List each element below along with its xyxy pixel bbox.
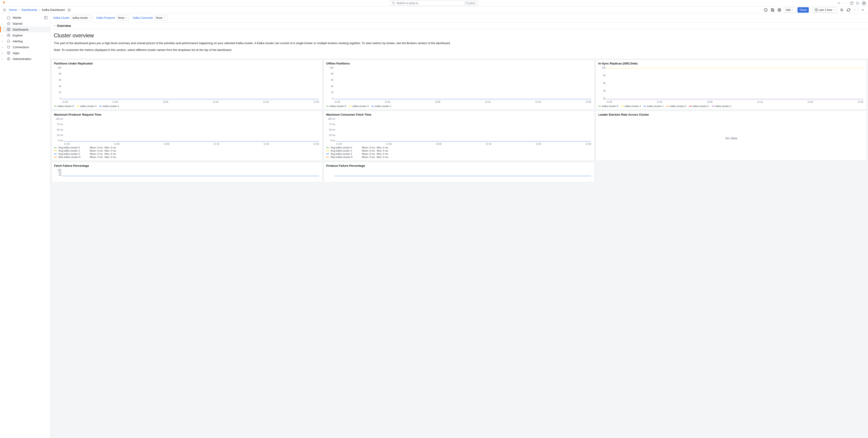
add-menu[interactable]: [837, 1, 843, 5]
chart-legend-table: Avg-kafka-cluster-0Mean: 0 msMax: 0 msAv…: [326, 146, 592, 158]
favorite-button[interactable]: [67, 8, 71, 12]
chevron-right-icon: ›: [2, 34, 3, 37]
legend-row[interactable]: Avg-kafka-cluster-2Mean: 0 msMax: 0 ms: [54, 152, 320, 155]
gear-icon: [778, 8, 781, 12]
breadcrumb-home[interactable]: Home: [9, 8, 17, 11]
kiosk-button[interactable]: [860, 7, 865, 13]
topbar: Search or jump to... cmd+k: [0, 0, 868, 6]
layers-icon: [7, 51, 10, 55]
legend-row[interactable]: Max-kafka-cluster-0Mean: 0 msMax: 0 ms: [326, 155, 592, 158]
sidebar-item-connections[interactable]: ›Connections: [0, 44, 50, 50]
chevron-down-icon: [792, 9, 794, 11]
legend-item[interactable]: kafka-cluster-1: [371, 105, 391, 108]
add-panel-button[interactable]: Add: [784, 7, 796, 13]
legend-row[interactable]: Avg-kafka-cluster-1Mean: 0 msMax: 0 ms: [326, 149, 592, 152]
sidebar-item-explore[interactable]: ›Explore: [0, 32, 50, 38]
refresh-interval-button[interactable]: [853, 7, 857, 13]
news-button[interactable]: [856, 1, 860, 5]
chart-body: 100 ms75 ms50 ms25 ms0 ms11:4011:5012:00…: [326, 118, 592, 158]
plus-icon: [837, 1, 841, 5]
star-icon: [67, 8, 71, 12]
legend-item[interactable]: kafka-cluster-1: [99, 105, 119, 108]
var-select-consumer[interactable]: None: [154, 15, 167, 21]
svg-rect-24: [7, 28, 8, 29]
save-dashboard-button[interactable]: [770, 7, 775, 13]
svg-rect-21: [44, 16, 47, 19]
svg-point-8: [864, 2, 865, 3]
refresh-icon: [847, 8, 850, 12]
svg-point-31: [8, 58, 9, 59]
panel-title: Maximum Producer Request Time: [54, 113, 320, 116]
var-label-producer: Kafka Producer: [96, 16, 115, 20]
panel-title: Leader Election Rate Across Cluster: [598, 113, 864, 116]
svg-rect-27: [9, 30, 10, 31]
time-picker-button[interactable]: Last 1 hour: [813, 7, 837, 13]
rss-icon: [856, 1, 860, 5]
panel-title: Produce Failure Percentage: [326, 164, 592, 168]
sidebar-item-apps[interactable]: ›Apps: [0, 50, 50, 56]
template-variables-bar: Kafka Cluster kafka-cluster Kafka Produc…: [50, 13, 868, 23]
panel-title: Fetch Failure Percentage: [54, 164, 320, 168]
chevron-down-icon: [89, 17, 91, 19]
legend-item[interactable]: kafka-cluster-0: [326, 105, 346, 108]
legend-item[interactable]: kafka-cluster-2: [349, 105, 369, 108]
legend-row[interactable]: Avg-kafka-cluster-1Mean: 0 msMax: 0 ms: [54, 149, 320, 152]
chevron-down-icon: [53, 24, 56, 27]
share-button[interactable]: Share: [798, 7, 809, 13]
user-avatar[interactable]: [862, 1, 866, 5]
legend-item[interactable]: kafka-cluster-0: [598, 105, 618, 108]
panel-produce_fail[interactable]: Produce Failure Percentage: [324, 162, 594, 182]
legend-item[interactable]: kafka-cluster-2: [689, 105, 709, 108]
star-icon: [7, 22, 10, 25]
legend-item[interactable]: kafka-cluster-1: [644, 105, 663, 108]
legend-row[interactable]: Avg-kafka-cluster-0Mean: 0 msMax: 0 ms: [326, 146, 592, 149]
collapse-sidebar-button[interactable]: [44, 16, 48, 20]
dashboard-settings-button[interactable]: [777, 7, 782, 13]
dashboard-insights-button[interactable]: [763, 7, 768, 13]
legend-row[interactable]: Avg-kafka-cluster-2Mean: 0 msMax: 0 ms: [326, 152, 592, 155]
home-icon: [7, 16, 10, 20]
compass-icon: [7, 33, 10, 37]
svg-marker-29: [8, 35, 9, 36]
chevron-right-icon: ›: [2, 51, 3, 55]
panel-leader_election[interactable]: Leader Election Rate Across ClusterNo da…: [596, 111, 867, 160]
panel-partitions_under[interactable]: Partitions Under Replicated1008060402001…: [52, 60, 322, 110]
var-label-consumer: Kafka Consumer: [133, 16, 153, 20]
search-shortcut: cmd+k: [464, 2, 476, 5]
panel-isr_delta[interactable]: In-Sync Replicas (ISR) Delta100806040201…: [596, 60, 867, 110]
help-button[interactable]: [850, 1, 854, 5]
legend-item[interactable]: kafka-cluster-2: [621, 105, 641, 108]
legend-item[interactable]: kafka-cluster-0: [666, 105, 686, 108]
breadcrumb-dashboards[interactable]: Dashboards: [22, 8, 37, 11]
sidebar-item-dashboards[interactable]: Dashboards: [0, 27, 50, 32]
var-select-producer[interactable]: None: [116, 15, 129, 21]
legend-item[interactable]: kafka-cluster-0: [54, 105, 74, 108]
panel-fetch_fail[interactable]: Fetch Failure Percentage1008060: [52, 162, 322, 182]
var-label-cluster: Kafka Cluster: [53, 16, 70, 20]
grafana-logo-icon[interactable]: [2, 1, 6, 5]
sidebar-item-starred[interactable]: ›Starred: [0, 21, 50, 27]
row-header-overview[interactable]: Overview: [50, 23, 868, 29]
legend-row[interactable]: Avg-kafka-cluster-0Mean: 0 msMax: 0 ms: [54, 146, 320, 149]
legend-item[interactable]: kafka-cluster-1: [712, 105, 732, 108]
panel-max_consumer[interactable]: Maximum Consumer Fetch Time100 ms75 ms50…: [324, 111, 594, 160]
sidebar-item-administration[interactable]: ›Administration: [0, 56, 50, 62]
legend-item[interactable]: kafka-cluster-2: [76, 105, 96, 108]
menu-toggle[interactable]: [3, 8, 6, 12]
global-search[interactable]: Search or jump to... cmd+k: [390, 1, 478, 6]
svg-line-19: [842, 11, 843, 11]
panel-offline_partitions[interactable]: Offline Partitions10080604020011:4011:50…: [324, 60, 594, 110]
panel-max_producer[interactable]: Maximum Producer Request Time100 ms75 ms…: [52, 111, 322, 160]
refresh-button[interactable]: [846, 7, 851, 13]
chevron-down-icon: [841, 2, 843, 4]
var-select-cluster[interactable]: kafka-cluster: [71, 15, 93, 21]
sidebar-item-home[interactable]: Home: [13, 16, 21, 20]
svg-point-32: [7, 57, 10, 60]
zoom-out-button[interactable]: [839, 7, 844, 13]
chart-body: 10080604020011:4011:5012:0012:1012:2012:…: [54, 66, 320, 108]
sidebar-item-alerting[interactable]: ›Alerting: [0, 38, 50, 44]
legend-row[interactable]: Max-kafka-cluster-0Mean: 0 msMax: 0 ms: [54, 155, 320, 158]
svg-marker-30: [7, 51, 10, 53]
chevron-down-icon: [163, 17, 166, 19]
page-toolbar: Home › Dashboards › Kafka Dashboard Add …: [0, 6, 868, 13]
